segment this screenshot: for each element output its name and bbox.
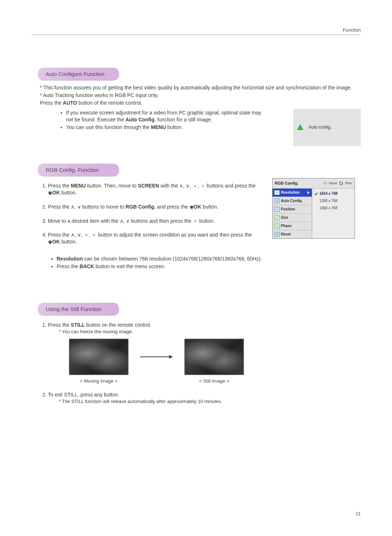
back-arrow-icon <box>339 181 343 185</box>
step-item: Press the STILL button on the remote con… <box>48 322 354 384</box>
osd-item-auto-config[interactable]: Auto Config. <box>273 197 312 205</box>
osd-menu: RGB Config. Move Prev. <box>272 178 355 239</box>
osd-item-list: Resolution Auto Config. <box>273 189 312 238</box>
auto-config-toast: Auto config. <box>293 109 361 146</box>
header-rule <box>31 35 361 35</box>
size-icon <box>274 215 280 220</box>
page-number: 21 <box>356 511 361 517</box>
position-icon <box>274 207 280 212</box>
svg-rect-2 <box>300 128 301 129</box>
osd-hint-move: Move <box>329 181 337 185</box>
section-rgb-config: RGB Config. Function Press the MENU butt… <box>38 164 354 270</box>
resolution-icon <box>274 190 280 195</box>
nav-arrows-icon <box>323 181 327 185</box>
manual-page: Function 21 Auto config. Auto Configure … <box>0 0 392 536</box>
bullet-item: You can use this function through the ME… <box>66 124 262 131</box>
osd-item-resolution[interactable]: Resolution <box>273 189 312 197</box>
svg-rect-12 <box>274 199 279 203</box>
section-still-function: Using the Still Function Press the STILL… <box>38 303 354 405</box>
step-item: Press the ∧, ∨ buttons to move to RGB Co… <box>48 203 258 210</box>
bullet-item: Resolution can be chosen between 768 res… <box>57 255 354 262</box>
svg-marker-5 <box>323 183 324 184</box>
osd-item-size[interactable]: Size <box>273 214 312 222</box>
check-icon <box>314 192 318 196</box>
section-heading: Auto Configure Function <box>38 68 119 81</box>
caption-moving-image: < Moving Image > <box>69 378 128 384</box>
warning-triangle-icon <box>297 124 303 130</box>
osd-item-phase[interactable]: Phase <box>273 222 312 230</box>
phase-icon <box>274 223 280 229</box>
step-note: * The STILL function will release automa… <box>59 398 354 405</box>
svg-marker-11 <box>307 191 310 194</box>
bullet-item: Press the BACK button to exit the menu s… <box>57 263 354 270</box>
running-head: Function <box>343 27 361 33</box>
svg-rect-1 <box>300 126 301 128</box>
section-heading: Using the Still Function <box>38 303 119 316</box>
bullet-item: If you execute screen adjustment for a v… <box>66 109 262 123</box>
osd-value[interactable]: 1280 x 768 <box>314 197 352 205</box>
still-image-thumbnail <box>184 339 244 375</box>
section-heading: RGB Config. Function <box>38 164 119 177</box>
osd-value-list: 1024 x 768 1280 x 768 1360 x 768 <box>312 189 355 238</box>
note-text: * Auto Tracking function works in RGB PC… <box>40 92 354 99</box>
svg-marker-4 <box>325 184 326 185</box>
arrow-right-icon <box>140 354 173 359</box>
osd-title: RGB Config. <box>275 181 298 186</box>
caption-still-image: < Still Image > <box>184 378 244 384</box>
osd-item-position[interactable]: Position <box>273 205 312 214</box>
svg-marker-24 <box>169 355 173 359</box>
step-item: Press the MENU button. Then, move to SCR… <box>48 182 258 196</box>
step-note: * You can freeze the moving image. <box>59 329 354 335</box>
still-image-row <box>69 339 354 375</box>
reset-icon <box>274 232 280 237</box>
osd-value[interactable]: 1024 x 768 <box>314 190 352 197</box>
osd-header: RGB Config. Move Prev. <box>273 178 355 189</box>
instruction-text: Press the AUTO button of the remote cont… <box>40 100 354 106</box>
osd-item-reset[interactable]: Reset <box>273 230 312 238</box>
osd-hint-prev: Prev. <box>345 181 352 185</box>
svg-marker-6 <box>326 183 327 184</box>
chevron-right-icon <box>307 191 310 194</box>
auto-config-icon <box>274 198 280 203</box>
svg-marker-7 <box>340 181 341 183</box>
toast-label: Auto config. <box>309 124 331 130</box>
svg-marker-3 <box>325 181 326 182</box>
note-text: * This function assures you of getting t… <box>40 84 354 91</box>
moving-image-thumbnail <box>69 339 128 375</box>
step-item: To exit STILL, press any button. * The S… <box>48 391 354 404</box>
step-item: Move to a desired item with the ∧, ∨ but… <box>48 218 258 225</box>
osd-value[interactable]: 1360 x 768 <box>314 205 352 212</box>
step-item: Press the ∧, ∨, ＜, ＞ button to adjust th… <box>48 231 258 245</box>
svg-rect-21 <box>274 232 279 237</box>
